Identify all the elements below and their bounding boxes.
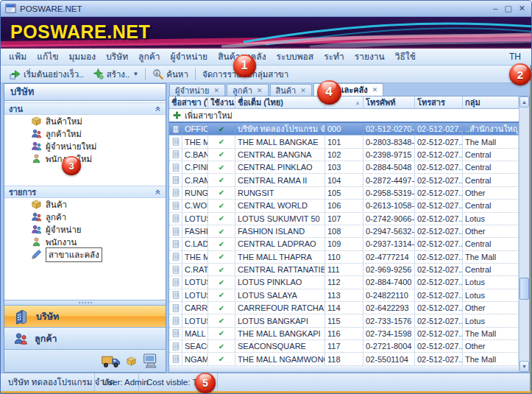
menu-item-5[interactable]: ผู้จำหน่าย: [165, 49, 213, 65]
close-button[interactable]: ✕: [519, 4, 525, 13]
table-row[interactable]: CARREFOUR✔CARREFOUR RATCHADAP...11402-64…: [169, 302, 519, 314]
row-cell-2: ✔: [208, 328, 235, 340]
row-cell-0: [169, 187, 182, 199]
table-row[interactable]: OFFICE✔บริษัท ทดลองโปรแกรม จำกัด00002-51…: [169, 123, 519, 136]
menu-item-7[interactable]: ระบบพอส: [272, 49, 319, 65]
nav-button-1[interactable]: ลูกค้า: [4, 327, 166, 349]
column-header-5[interactable]: โทรสาร: [415, 96, 463, 108]
tab-2[interactable]: สินค้า✕: [270, 84, 312, 96]
sidebar-icon-tray: [4, 349, 166, 372]
menu-item-3[interactable]: บริษัท: [101, 49, 133, 65]
close-icon[interactable]: ✕: [257, 87, 263, 94]
table-row[interactable]: SEACONSQ...✔SEACONSQUARE1170-2721-800402…: [169, 340, 519, 353]
active-check-icon: ✔: [219, 189, 224, 197]
column-header-2[interactable]: ชื่อเต็ม (ไทย): [235, 96, 325, 108]
menu-item-10[interactable]: วิธีใช้: [390, 49, 421, 65]
menu-bar: แฟ้มแก้ไขมุมมองบริษัทลูกค้าผู้จำหน่ายสิน…: [1, 49, 532, 66]
sidebar-item-1-3[interactable]: พนักงาน: [4, 236, 166, 248]
sidebar-item-0-3[interactable]: พนักงานใหม่: [4, 152, 166, 165]
menu-item-2[interactable]: มุมมอง: [63, 49, 101, 65]
table-row[interactable]: LOTUS BA...✔LOTUS BANGKAPI11502-733-1576…: [169, 314, 519, 327]
add-branch-link[interactable]: เพิ่มสาขาใหม่: [169, 109, 529, 123]
sidebar-item-0-2[interactable]: ผู้จำหน่ายใหม่: [4, 140, 166, 152]
row-cell-6: 02-512-027...: [415, 161, 463, 173]
table-row[interactable]: LOTUS PIN...✔LOTUS PINKLAO11202-884-7400…: [169, 276, 519, 289]
tab-1[interactable]: ลูกค้า✕: [227, 84, 268, 96]
maximize-button[interactable]: ▢: [504, 4, 511, 13]
sidebar-item-1-2[interactable]: ผู้จำหน่าย: [4, 223, 166, 236]
table-row[interactable]: C.RAMA II✔CENTRAL RAMA II1040-2872-4497-…: [169, 174, 519, 186]
toolbar-button-0[interactable]: เริ่มต้นอย่างเร็ว..: [5, 67, 88, 82]
table-row[interactable]: C.PINKLAO✔CENTRAL PINKLAO1030-2884-50480…: [169, 161, 519, 174]
vertical-scrollbar[interactable]: ▲ ▼: [519, 96, 529, 372]
scrollbar-thumb[interactable]: [519, 278, 529, 300]
row-icon: [171, 163, 180, 172]
nav-button-0[interactable]: บริษัท: [4, 305, 166, 327]
close-icon[interactable]: ✕: [372, 86, 378, 94]
row-cell-7: The Mall: [463, 353, 519, 365]
row-cell-3: CENTRAL RAMA II: [235, 174, 325, 186]
menu-item-8[interactable]: ระทำ: [319, 49, 350, 65]
sidebar-item-0-1[interactable]: ลูกค้าใหม่: [4, 127, 166, 140]
table-row[interactable]: C.BANGNA✔CENTRAL BANGNA1020-2398-971502-…: [169, 149, 519, 161]
toolbar-button-2[interactable]: ค้นหา: [148, 67, 193, 82]
sidebar-section-header-0[interactable]: งาน: [4, 102, 166, 115]
column-header-0[interactable]: ชื่อสาขา (ไ...: [169, 96, 208, 108]
row-cell-6: 02-512-027...: [415, 353, 463, 365]
row-icon: [171, 201, 180, 211]
sidebar-item-1-4[interactable]: สาขาและคลัง: [4, 248, 166, 261]
package-icon[interactable]: [126, 356, 137, 367]
pos-terminal-icon[interactable]: [142, 353, 158, 369]
sidebar-section-header-1[interactable]: รายการ: [4, 186, 166, 198]
table-row[interactable]: LOTUS SAL...✔LOTUS SALAYA1130-2482211002…: [169, 289, 519, 302]
toolbar-button-label: ค้นหา: [166, 68, 188, 81]
row-cell-7: Lotus: [463, 289, 519, 301]
table-row[interactable]: THE MALL ...✔THE MALL BANGKAE1010-2803-8…: [169, 136, 519, 148]
chevron-up-icon[interactable]: [155, 105, 161, 113]
scroll-up-arrow-icon[interactable]: ▲: [519, 96, 529, 108]
row-cell-1: C.BANGNA: [182, 149, 208, 161]
row-cell-4: 116: [325, 328, 363, 340]
table-row[interactable]: MALL BANG...✔THE MALL BANGKAPI11602-734-…: [169, 328, 519, 340]
language-indicator[interactable]: TH: [509, 52, 530, 62]
row-icon: [171, 149, 180, 159]
column-header-1[interactable]: ใช้งาน: [208, 96, 235, 108]
menu-item-4[interactable]: ลูกค้า: [133, 49, 165, 65]
toolbar-button-label: สร้าง..: [107, 68, 130, 81]
table-row[interactable]: C.WORLD✔CENTRAL WORLD1060-2613-1058-902-…: [169, 200, 519, 212]
table-row[interactable]: THE MALL ...✔THE MALL THAPRA11002-477721…: [169, 251, 519, 264]
sidebar-item-0-0[interactable]: สินค้าใหม่: [4, 115, 166, 127]
menu-item-9[interactable]: รายงาน: [350, 49, 390, 65]
row-cell-1: SEACONSQ...: [182, 340, 208, 352]
sidebar-item-1-0[interactable]: สินค้า: [4, 198, 166, 211]
row-cell-5: 02-4777214: [363, 251, 415, 263]
customers-icon: [31, 128, 42, 139]
menu-item-0[interactable]: แฟ้ม: [4, 49, 32, 65]
row-cell-3: THE MALL NGAMWONGWAN: [235, 353, 325, 365]
scroll-down-arrow-icon[interactable]: ▼: [519, 361, 529, 372]
table-row[interactable]: NGAMWON...✔THE MALL NGAMWONGWAN11802-550…: [169, 353, 519, 365]
toolbar-button-1[interactable]: สร้าง..▼: [88, 67, 143, 82]
chevron-up-icon[interactable]: [155, 188, 161, 197]
row-cell-1: LOTUS SK.50: [182, 213, 208, 225]
tab-0[interactable]: ผู้จำหน่าย✕: [169, 84, 225, 96]
column-header-4[interactable]: โทรศัพท์: [363, 96, 415, 108]
table-row[interactable]: FASHION I...✔FASHION ISLAND1080-2947-563…: [169, 225, 519, 238]
suppliers-icon: [31, 224, 42, 235]
minimize-button[interactable]: –: [493, 4, 497, 13]
row-cell-7: Other: [463, 340, 519, 352]
table-row[interactable]: C.RATTAN...✔CENTRAL RATTANATIBETH11102-9…: [169, 264, 519, 276]
table-row[interactable]: C.LADPRAO✔CENTRAL LADPRAO1090-2937-1314-…: [169, 238, 519, 250]
window-controls: – ▢ ✕: [493, 4, 528, 13]
close-icon[interactable]: ✕: [213, 87, 219, 94]
truck-icon[interactable]: [102, 354, 121, 367]
column-header-6[interactable]: กลุ่ม: [463, 96, 519, 108]
sidebar-splitter[interactable]: [4, 300, 166, 305]
close-icon[interactable]: ✕: [300, 87, 306, 94]
table-row[interactable]: LOTUS SK.50✔LOTUS SUKUMVIT 501070-2742-9…: [169, 213, 519, 225]
menu-item-1[interactable]: แก้ไข: [32, 49, 63, 65]
row-cell-1: C.LADPRAO: [182, 238, 208, 250]
row-cell-6: 02-512-027...: [415, 251, 463, 263]
sidebar-item-1-1[interactable]: ลูกค้า: [4, 211, 166, 223]
table-row[interactable]: RUNGSIT✔RUNGSIT1050-2958-5319-2002-512-0…: [169, 187, 519, 200]
